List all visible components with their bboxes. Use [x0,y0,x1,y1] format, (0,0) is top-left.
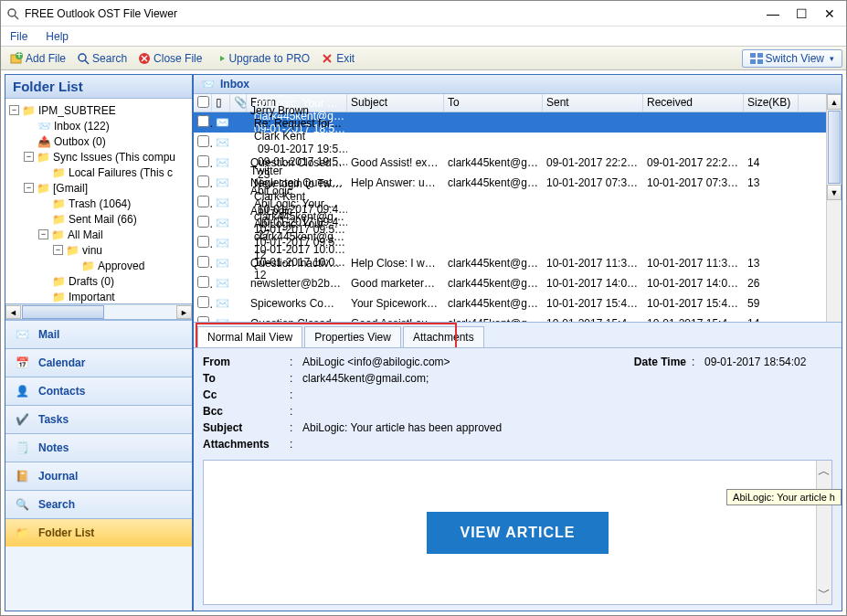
mail-row[interactable]: ✉️ Spiceworks Com… Your Spiceworks … cla… [194,293,842,313]
tab-attachments[interactable]: Attachments [403,326,484,347]
mail-grid[interactable]: ▯ 📎 From Subject To Sent Received Size(K… [194,94,842,323]
bcc-label: Bcc [203,405,290,418]
tree-inbox[interactable]: Inbox (122) [54,120,110,133]
row-checkbox[interactable] [197,296,209,308]
view-article-button[interactable]: VIEW ARTICLE [427,512,608,554]
datetime-label: Date Time [619,356,692,368]
exit-button[interactable]: Exit [315,50,360,67]
col-size[interactable]: Size(KB) [744,94,799,112]
mail-icon: ✉️ [212,176,230,189]
col-subject[interactable]: Subject [347,94,444,112]
row-checkbox[interactable] [197,316,209,323]
mail-icon: ✉️ [212,257,230,270]
cell-subject: Re: Request for G… [250,117,347,130]
tab-normal-view[interactable]: Normal Mail View [197,326,302,347]
close-file-button[interactable]: Close File [132,50,207,67]
folder-icon: 📁 [51,166,66,179]
row-checkbox[interactable] [197,276,209,288]
row-checkbox[interactable] [197,216,209,228]
nav-search[interactable]: 🔍Search [5,490,192,518]
nav-calendar[interactable]: 📅Calendar [5,348,192,377]
col-attach[interactable]: 📎 [230,94,247,112]
col-received[interactable]: Received [643,94,744,112]
cell-subject: Your Spiceworks … [347,297,444,310]
tree-root[interactable]: IPM_SUBTREE [38,104,116,117]
mail-row[interactable]: ✉️ Question Closed … Good Assist! outl… … [194,313,842,323]
cell-to: clark445kent@g… [444,156,543,169]
cell-subject: Good marketers … [347,277,444,290]
tree-sync[interactable]: Sync Issues (This compu [53,151,175,164]
nav-tasks[interactable]: ✔️Tasks [5,405,192,433]
tree-approved[interactable]: Approved [98,260,144,272]
select-all-checkbox[interactable] [197,96,209,108]
tree-vinu[interactable]: vinu [82,244,102,257]
menu-file[interactable]: File [10,30,27,43]
add-file-button[interactable]: +Add File [5,50,71,67]
tree-outbox[interactable]: Outbox (0) [54,135,106,148]
tree-allmail[interactable]: All Mail [68,228,103,241]
tab-properties-view[interactable]: Properties View [304,326,401,347]
tree-toggle[interactable]: − [38,229,48,239]
mail-detail: From:AbiLogic <info@abilogic.com>Date Ti… [194,347,842,611]
body-vscroll[interactable]: ︿﹀ [816,461,831,604]
folder-icon: 📁 [51,213,66,226]
col-icon[interactable]: ▯ [212,94,230,112]
row-checkbox[interactable] [197,135,209,147]
tree-hscroll[interactable]: ◄► [5,304,192,320]
cell-sent: 10-01-2017 10:06:… [250,243,347,256]
cell-from: Question Inactive… [247,257,347,270]
notes-icon: 🗒️ [13,440,31,456]
menu-help[interactable]: Help [46,30,69,43]
tree-toggle[interactable]: − [53,245,63,255]
cell-subject: Help Answer: use… [347,176,444,189]
tree-gmail[interactable]: [Gmail] [53,182,88,195]
folder-icon: 📁 [51,275,66,288]
nav-journal[interactable]: 📔Journal [5,462,192,490]
svg-rect-14 [750,59,756,64]
row-checkbox[interactable] [197,175,209,187]
cell-sent: 10-01-2017 11:31:… [543,257,643,270]
search-button[interactable]: Search [71,50,132,67]
row-checkbox[interactable] [197,256,209,268]
cell-to: clark445kent@g… [250,230,347,243]
tree-toggle[interactable]: − [9,105,19,115]
grid-vscroll[interactable]: ▲▼ [826,94,842,322]
folder-tree[interactable]: −📁IPM_SUBTREE 📨Inbox (122) 📤Outbox (0) −… [5,99,192,304]
mail-row[interactable]: ✉️ AbiLogic AbiLogic: Your art… clark445… [194,233,842,253]
row-checkbox[interactable] [197,236,209,248]
tree-toggle[interactable]: − [24,183,34,193]
cc-value [302,388,832,401]
tree-drafts[interactable]: Drafts (0) [69,275,114,288]
tree-local-failures[interactable]: Local Failures (This c [69,166,173,179]
svg-rect-12 [750,53,756,58]
subject-value: AbiLogic: Your article has been approved [302,421,832,434]
close-file-icon [138,52,151,65]
mail-icon: ✉️ [212,136,230,149]
switch-view-button[interactable]: Switch View▾ [742,49,842,68]
tree-sent[interactable]: Sent Mail (66) [69,213,137,226]
datetime-value: 09-01-2017 18:54:02 [704,356,832,368]
row-checkbox[interactable] [197,115,209,127]
mail-row[interactable]: ✉️ Jerry Brown Re: Request for G… Clark … [194,133,842,153]
nav-notes[interactable]: 🗒️Notes [5,433,192,462]
tree-trash[interactable]: Trash (1064) [69,197,131,210]
row-checkbox[interactable] [197,196,209,207]
nav-folder-list[interactable]: 📁Folder List [5,518,192,547]
app-icon [6,7,19,20]
col-to[interactable]: To [444,94,543,112]
bcc-value [302,405,832,418]
tree-toggle[interactable]: − [24,152,34,162]
nav-contacts[interactable]: 👤Contacts [5,377,192,405]
mail-icon: ✉️ [212,277,230,290]
cell-received: 10-01-2017 15:44:… [643,297,744,310]
tree-important[interactable]: Important [69,291,115,303]
nav-mail[interactable]: ✉️Mail [5,320,192,348]
maximize-button[interactable]: ☐ [796,6,808,21]
col-sent[interactable]: Sent [543,94,643,112]
minimize-button[interactable]: — [767,6,779,21]
upgrade-button[interactable]: Upgrade to PRO [207,50,315,67]
mail-icon: ✉️ [212,297,230,310]
row-checkbox[interactable] [197,155,209,167]
close-button[interactable]: ✕ [824,6,835,21]
mail-row[interactable]: ✉️ newsletter@b2b… Good marketers … clar… [194,273,842,293]
